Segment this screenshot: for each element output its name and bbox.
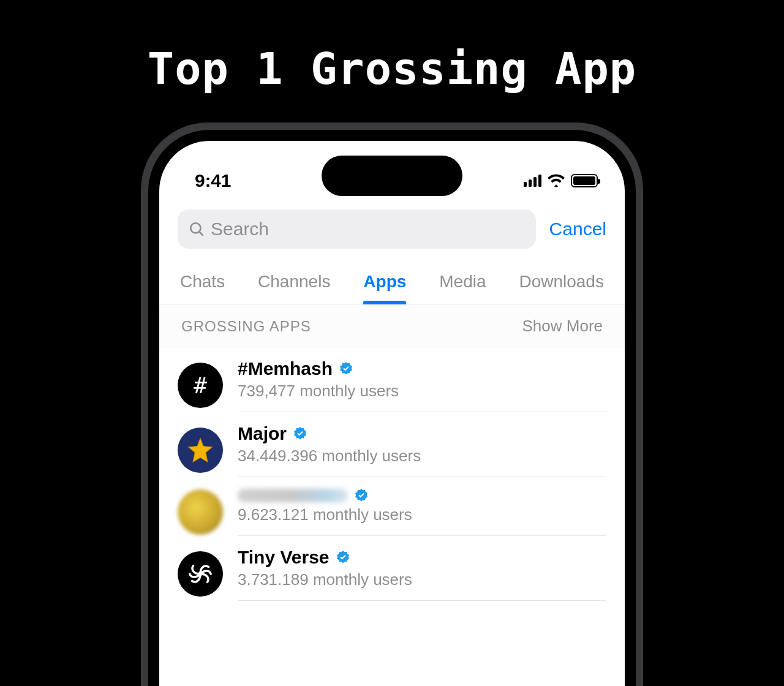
list-item[interactable]: 9.623.121 monthly users xyxy=(159,477,625,536)
list-item[interactable]: Tiny Verse 3.731.189 monthly users xyxy=(159,536,625,601)
tab-apps[interactable]: Apps xyxy=(363,272,406,304)
app-subtitle: 9.623.121 monthly users xyxy=(238,505,606,524)
status-indicators xyxy=(524,174,598,187)
verified-icon xyxy=(339,361,353,376)
battery-icon xyxy=(571,174,598,187)
verified-icon xyxy=(336,550,350,565)
avatar: # xyxy=(178,363,223,408)
phone-frame: 9:41 xyxy=(141,123,643,686)
app-name-redacted xyxy=(238,489,348,502)
tab-downloads[interactable]: Downloads xyxy=(519,272,604,304)
phone-bezel: 9:41 xyxy=(148,130,636,686)
list-item[interactable]: Major 34.449.396 monthly users xyxy=(159,412,625,477)
tab-channels[interactable]: Channels xyxy=(258,272,330,304)
dynamic-island xyxy=(322,156,462,196)
app-name: Tiny Verse xyxy=(238,547,330,568)
avatar xyxy=(178,428,223,473)
cellular-icon xyxy=(524,175,541,187)
svg-line-1 xyxy=(199,232,202,235)
section-title: GROSSING APPS xyxy=(181,318,311,335)
phone-screen: 9:41 xyxy=(159,141,625,686)
search-placeholder: Search xyxy=(211,219,269,239)
page-title: Top 1 Grossing App xyxy=(0,43,784,94)
tab-bar: Chats Channels Apps Media Downloads xyxy=(159,257,625,304)
tab-media[interactable]: Media xyxy=(439,272,486,304)
app-subtitle: 34.449.396 monthly users xyxy=(238,447,606,466)
verified-icon xyxy=(354,488,369,503)
show-more-button[interactable]: Show More xyxy=(522,317,603,336)
search-input[interactable]: Search xyxy=(178,209,536,249)
app-subtitle: 3.731.189 monthly users xyxy=(238,570,606,589)
search-icon xyxy=(189,221,205,237)
wifi-icon xyxy=(548,174,565,187)
avatar xyxy=(178,551,223,597)
avatar xyxy=(178,489,223,535)
list-item[interactable]: # #Memhash 739,477 monthly users xyxy=(159,347,625,412)
cancel-button[interactable]: Cancel xyxy=(549,219,606,239)
grossing-apps-list: # #Memhash 739,477 monthly users xyxy=(159,347,625,601)
app-subtitle: 739,477 monthly users xyxy=(238,382,606,401)
app-name: Major xyxy=(238,423,287,444)
section-header: GROSSING APPS Show More xyxy=(159,304,625,347)
app-name: #Memhash xyxy=(238,358,333,379)
search-row: Search Cancel xyxy=(159,200,625,257)
status-time: 9:41 xyxy=(195,170,231,191)
tab-chats[interactable]: Chats xyxy=(180,272,225,304)
verified-icon xyxy=(293,426,307,441)
